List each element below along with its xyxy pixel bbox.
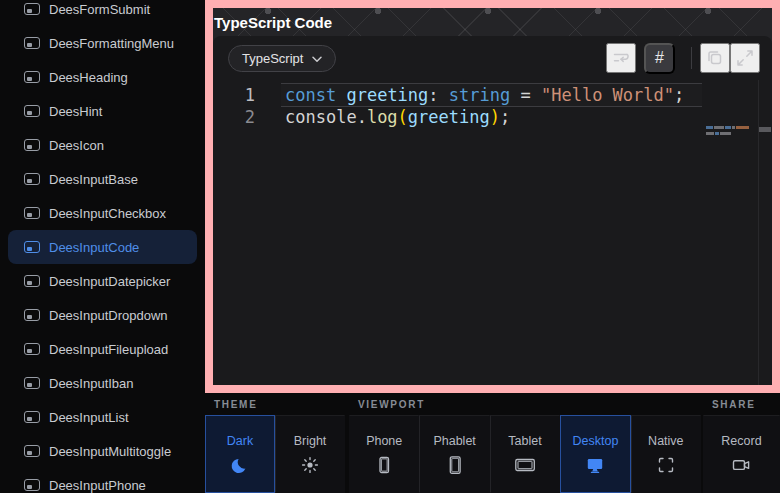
story-title: TypeScript Code bbox=[213, 14, 332, 31]
sidebar-item-label: DeesHeading bbox=[49, 70, 128, 85]
section-buttons: PhonePhabletTabletDesktopNative bbox=[349, 415, 701, 493]
sidebar-item-label: DeesInputCheckbox bbox=[49, 206, 166, 221]
component-icon bbox=[24, 207, 40, 219]
minimap-line bbox=[706, 132, 754, 135]
button-label: Desktop bbox=[572, 434, 618, 448]
desktop-button[interactable]: Desktop bbox=[560, 415, 630, 493]
phablet-icon bbox=[445, 455, 465, 475]
phone-icon bbox=[374, 455, 394, 475]
code-line: 1const greeting: string = "Hello World"; bbox=[213, 84, 702, 106]
line-number: 1 bbox=[213, 84, 281, 106]
sidebar-item-DeesInputFileupload[interactable]: DeesInputFileupload bbox=[8, 332, 197, 366]
sidebar-item-label: DeesInputCode bbox=[49, 240, 139, 255]
section-label-share: SHARE bbox=[703, 393, 780, 415]
story-preview-background: TypeScript Code TypeScript bbox=[213, 8, 772, 385]
button-label: Dark bbox=[227, 434, 253, 448]
button-label: Native bbox=[648, 434, 683, 448]
component-icon bbox=[24, 275, 40, 287]
video-camera-icon bbox=[731, 455, 752, 475]
sidebar-item-label: DeesInputFileupload bbox=[49, 342, 168, 357]
sidebar-item-label: DeesInputDropdown bbox=[49, 308, 168, 323]
environment-toolbar: THEMEDarkBrightVIEWPORTPhonePhabletTable… bbox=[205, 393, 780, 493]
component-icon bbox=[24, 173, 40, 185]
tablet-icon bbox=[514, 455, 536, 475]
button-label: Phablet bbox=[433, 434, 475, 448]
line-number: 2 bbox=[213, 106, 281, 128]
component-icon bbox=[24, 445, 40, 457]
section-label-viewport: VIEWPORT bbox=[349, 393, 701, 415]
sun-icon bbox=[300, 455, 320, 475]
copy-icon[interactable] bbox=[700, 43, 730, 73]
sidebar-item-DeesInputCheckbox[interactable]: DeesInputCheckbox bbox=[8, 196, 197, 230]
component-icon bbox=[24, 71, 40, 83]
fullscreen-icon bbox=[656, 455, 676, 475]
tablet-button[interactable]: Tablet bbox=[490, 415, 560, 493]
sidebar-item-label: DeesIcon bbox=[49, 138, 104, 153]
app-window: DeesFormSubmitDeesFormattingMenuDeesHead… bbox=[0, 0, 780, 493]
scrollbar-thumb[interactable] bbox=[759, 127, 771, 132]
section-buttons: DarkBright bbox=[205, 415, 345, 493]
sidebar-list: DeesFormSubmitDeesFormattingMenuDeesHead… bbox=[0, 0, 205, 493]
component-icon bbox=[24, 309, 40, 321]
sidebar-item-DeesHeading[interactable]: DeesHeading bbox=[8, 60, 197, 94]
sidebar-item-label: DeesHint bbox=[49, 104, 102, 119]
button-label: Phone bbox=[366, 434, 402, 448]
line-numbers-icon[interactable]: # bbox=[644, 43, 675, 74]
minimap[interactable] bbox=[706, 126, 754, 138]
sidebar-item-label: DeesInputIban bbox=[49, 376, 134, 391]
toolbar-section-viewport: VIEWPORTPhonePhabletTabletDesktopNative bbox=[349, 393, 701, 493]
component-icon bbox=[24, 37, 40, 49]
component-icon bbox=[24, 343, 40, 355]
dark-button[interactable]: Dark bbox=[205, 415, 275, 493]
story-header: TypeScript Code bbox=[213, 8, 772, 36]
component-icon bbox=[24, 479, 40, 491]
sidebar-item-label: DeesInputBase bbox=[49, 172, 138, 187]
sidebar-item-DeesInputList[interactable]: DeesInputList bbox=[8, 400, 197, 434]
desktop-icon bbox=[585, 455, 605, 475]
sidebar-item-DeesInputCode[interactable]: DeesInputCode bbox=[8, 230, 197, 264]
chevron-down-icon bbox=[312, 51, 322, 66]
sidebar-item-label: DeesInputMultitoggle bbox=[49, 444, 171, 459]
component-sidebar: DeesFormSubmitDeesFormattingMenuDeesHead… bbox=[0, 0, 205, 493]
sidebar-item-label: DeesFormSubmit bbox=[49, 2, 150, 17]
component-icon bbox=[24, 3, 40, 15]
bright-button[interactable]: Bright bbox=[275, 415, 345, 493]
sidebar-item-DeesHint[interactable]: DeesHint bbox=[8, 94, 197, 128]
moon-icon bbox=[230, 455, 250, 475]
button-label: Record bbox=[721, 434, 761, 448]
component-icon bbox=[24, 241, 40, 253]
phablet-button[interactable]: Phablet bbox=[419, 415, 489, 493]
code-editor-panel: TypeScript bbox=[213, 36, 772, 385]
code-line-content: console.log(greeting); bbox=[281, 106, 702, 128]
record-button[interactable]: Record bbox=[703, 415, 780, 493]
hash-glyph: # bbox=[655, 49, 664, 67]
expand-icon[interactable] bbox=[730, 43, 760, 73]
word-wrap-icon[interactable] bbox=[606, 43, 636, 73]
native-button[interactable]: Native bbox=[631, 415, 701, 493]
code-lines: 1const greeting: string = "Hello World";… bbox=[213, 84, 772, 128]
sidebar-item-label: DeesFormattingMenu bbox=[49, 36, 174, 51]
language-dropdown-label: TypeScript bbox=[242, 51, 303, 66]
sidebar-item-DeesFormSubmit[interactable]: DeesFormSubmit bbox=[8, 0, 197, 26]
toolbar-section-theme: THEMEDarkBright bbox=[205, 393, 345, 493]
button-label: Bright bbox=[294, 434, 327, 448]
sidebar-item-DeesInputIban[interactable]: DeesInputIban bbox=[8, 366, 197, 400]
sidebar-item-label: DeesInputList bbox=[49, 410, 129, 425]
sidebar-item-DeesInputBase[interactable]: DeesInputBase bbox=[8, 162, 197, 196]
sidebar-item-DeesIcon[interactable]: DeesIcon bbox=[8, 128, 197, 162]
component-icon bbox=[24, 139, 40, 151]
sidebar-item-DeesInputPhone[interactable]: DeesInputPhone bbox=[8, 468, 197, 493]
editor-toolbar-actions: # bbox=[606, 43, 760, 74]
phone-button[interactable]: Phone bbox=[349, 415, 419, 493]
minimap-line bbox=[706, 126, 754, 129]
language-dropdown[interactable]: TypeScript bbox=[228, 45, 336, 72]
sidebar-item-DeesFormattingMenu[interactable]: DeesFormattingMenu bbox=[8, 26, 197, 60]
component-icon bbox=[24, 411, 40, 423]
component-icon bbox=[24, 105, 40, 117]
code-input-area[interactable]: 1const greeting: string = "Hello World";… bbox=[213, 80, 772, 385]
toolbar-divider bbox=[691, 47, 692, 69]
sidebar-item-DeesInputMultitoggle[interactable]: DeesInputMultitoggle bbox=[8, 434, 197, 468]
sidebar-item-DeesInputDatepicker[interactable]: DeesInputDatepicker bbox=[8, 264, 197, 298]
code-line-content: const greeting: string = "Hello World"; bbox=[281, 84, 702, 106]
sidebar-item-DeesInputDropdown[interactable]: DeesInputDropdown bbox=[8, 298, 197, 332]
